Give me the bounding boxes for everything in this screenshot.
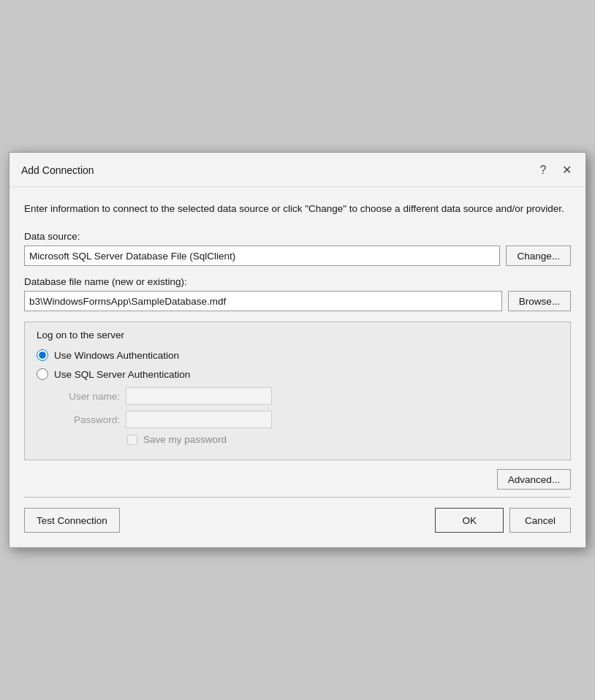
sql-auth-row: Use SQL Server Authentication xyxy=(37,368,558,380)
ok-button[interactable]: OK xyxy=(435,508,504,533)
username-input[interactable] xyxy=(126,387,272,405)
cancel-button[interactable]: Cancel xyxy=(509,508,571,533)
auth-fields: User name: Password: Save my password xyxy=(54,387,558,445)
footer: Test Connection OK Cancel xyxy=(24,508,571,536)
dialog-body: Enter information to connect to the sele… xyxy=(10,187,585,547)
database-file-label: Database file name (new or existing): xyxy=(24,276,571,287)
database-file-input[interactable] xyxy=(24,291,502,311)
title-bar-left: Add Connection xyxy=(21,164,94,176)
separator xyxy=(24,497,571,498)
data-source-label: Data source: xyxy=(24,231,571,242)
password-input[interactable] xyxy=(126,411,272,428)
close-button[interactable]: ✕ xyxy=(556,160,577,180)
save-password-checkbox[interactable] xyxy=(127,435,137,445)
database-file-row: Browse... xyxy=(24,291,571,311)
help-button[interactable]: ? xyxy=(533,160,553,180)
data-source-group: Data source: Change... xyxy=(24,231,571,266)
logon-group-title: Log on to the server xyxy=(37,330,558,341)
sql-auth-label[interactable]: Use SQL Server Authentication xyxy=(54,369,190,380)
logon-group: Log on to the server Use Windows Authent… xyxy=(24,322,571,460)
add-connection-dialog: Add Connection ? ✕ Enter information to … xyxy=(9,152,586,548)
browse-button[interactable]: Browse... xyxy=(508,291,571,311)
windows-auth-row: Use Windows Authentication xyxy=(37,349,558,361)
description-text: Enter information to connect to the sele… xyxy=(24,202,571,216)
save-password-label[interactable]: Save my password xyxy=(143,434,227,445)
password-row: Password: xyxy=(54,411,558,428)
sql-auth-radio[interactable] xyxy=(37,368,48,380)
advanced-button[interactable]: Advanced... xyxy=(497,469,571,490)
data-source-row: Change... xyxy=(24,246,571,266)
windows-auth-label[interactable]: Use Windows Authentication xyxy=(54,350,179,361)
username-row: User name: xyxy=(54,387,558,405)
title-bar: Add Connection ? ✕ xyxy=(10,153,585,187)
password-label: Password: xyxy=(54,414,120,425)
footer-right: OK Cancel xyxy=(435,508,571,533)
title-bar-right: ? ✕ xyxy=(533,160,577,180)
database-file-group: Database file name (new or existing): Br… xyxy=(24,276,571,311)
dialog-title: Add Connection xyxy=(21,164,94,176)
username-label: User name: xyxy=(54,391,120,402)
windows-auth-radio[interactable] xyxy=(37,349,48,361)
data-source-input[interactable] xyxy=(24,246,500,266)
change-button[interactable]: Change... xyxy=(506,246,571,266)
advanced-row: Advanced... xyxy=(24,469,571,490)
test-connection-button[interactable]: Test Connection xyxy=(24,508,120,533)
save-password-row: Save my password xyxy=(127,434,558,445)
